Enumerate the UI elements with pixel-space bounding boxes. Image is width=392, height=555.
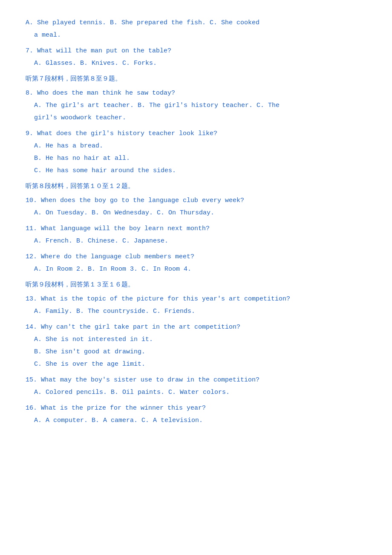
- question-12-options: A. In Room 2. B. In Room 3. C. In Room 4…: [34, 263, 366, 275]
- question-15-block: 15. What may the boy's sister use to dra…: [26, 374, 366, 398]
- question-9-optB: B. He has no hair at all.: [34, 153, 366, 164]
- question-9-block: 9. What does the girl's history teacher …: [26, 128, 366, 176]
- question-16-block: 16. What is the prize for the winner thi…: [26, 402, 366, 426]
- question-11-block: 11. What language will the boy learn nex…: [26, 223, 366, 247]
- question-9-optA: A. He has a bread.: [34, 140, 366, 152]
- question-8-block: 8. Who does the man think he saw today? …: [26, 87, 366, 124]
- question-14-block: 14. Why can't the girl take part in the …: [26, 321, 366, 370]
- question-13: 13. What is the topic of the picture for…: [26, 293, 366, 305]
- section-8-label: 听第８段材料，回答第１０至１２题。: [26, 183, 134, 190]
- page-content: A. She played tennis. B. She prepared th…: [26, 17, 366, 426]
- question-14-optB: B. She isn't good at drawing.: [34, 346, 366, 358]
- question-11-options: A. French. B. Chinese. C. Japanese.: [34, 235, 366, 247]
- question-16-options: A. A computer. B. A camera. C. A televis…: [34, 415, 366, 426]
- question-15: 15. What may the boy's sister use to dra…: [26, 374, 366, 386]
- question-13-block: 13. What is the topic of the picture for…: [26, 293, 366, 317]
- intro-line: A. She played tennis. B. She prepared th…: [26, 17, 366, 41]
- question-8: 8. Who does the man think he saw today?: [26, 87, 366, 99]
- question-11: 11. What language will the boy learn nex…: [26, 223, 366, 234]
- intro-continuation: a meal.: [34, 29, 366, 41]
- question-15-options: A. Colored pencils. B. Oil paints. C. Wa…: [34, 387, 366, 398]
- question-7: 7. What will the man put on the table?: [26, 45, 366, 57]
- question-8-options: A. The girl's art teacher. B. The girl's…: [34, 100, 366, 111]
- question-10-block: 10. When does the boy go to the language…: [26, 195, 366, 219]
- question-13-options: A. Family. B. The countryside. C. Friend…: [34, 306, 366, 317]
- question-12: 12. Where do the language club members m…: [26, 251, 366, 263]
- question-7-block: 7. What will the man put on the table? A…: [26, 45, 366, 69]
- question-8-cont: girl's woodwork teacher.: [34, 112, 366, 124]
- question-14-optA: A. She is not interested in it.: [34, 334, 366, 345]
- section-header-7: 听第７段材料，回答第８至９题。: [26, 73, 366, 85]
- question-9: 9. What does the girl's history teacher …: [26, 128, 366, 139]
- section-header-9: 听第９段材料，回答第１３至１６题。: [26, 279, 366, 291]
- question-7-options: A. Glasses. B. Knives. C. Forks.: [34, 58, 366, 69]
- question-16: 16. What is the prize for the winner thi…: [26, 402, 366, 414]
- question-10: 10. When does the boy go to the language…: [26, 195, 366, 206]
- question-9-optC: C. He has some hair around the sides.: [34, 165, 366, 176]
- question-14: 14. Why can't the girl take part in the …: [26, 321, 366, 333]
- intro-options: A. She played tennis. B. She prepared th…: [26, 17, 366, 29]
- section-7-label: 听第７段材料，回答第８至９题。: [26, 75, 121, 83]
- section-header-8: 听第８段材料，回答第１０至１２题。: [26, 181, 366, 192]
- question-14-optC: C. She is over the age limit.: [34, 358, 366, 370]
- question-10-options: A. On Tuesday. B. On Wednesday. C. On Th…: [34, 207, 366, 219]
- question-12-block: 12. Where do the language club members m…: [26, 251, 366, 275]
- section-9-label: 听第９段材料，回答第１３至１６题。: [26, 281, 134, 289]
